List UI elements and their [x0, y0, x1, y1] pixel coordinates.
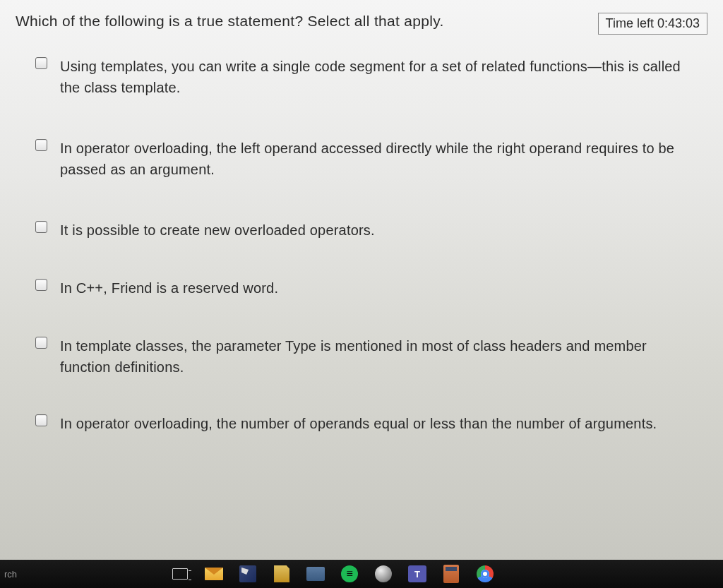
option-text: Using templates, you can write a single … — [60, 56, 693, 98]
spotify-icon[interactable]: ≡ — [340, 565, 359, 583]
checkbox-option-6[interactable] — [35, 414, 47, 426]
checkbox-option-3[interactable] — [35, 221, 47, 233]
folder-icon[interactable] — [306, 565, 325, 583]
option-row: In template classes, the parameter Type … — [35, 335, 693, 378]
option-text: It is possible to create new overloaded … — [60, 220, 375, 241]
option-row: In operator overloading, the number of o… — [35, 413, 693, 434]
option-row: It is possible to create new overloaded … — [35, 220, 693, 241]
option-row: In operator overloading, the left operan… — [35, 138, 693, 180]
checkbox-option-5[interactable] — [35, 337, 47, 349]
option-text: In operator overloading, the left operan… — [60, 138, 693, 180]
app-icon[interactable] — [239, 565, 257, 583]
mail-icon[interactable] — [205, 565, 223, 583]
option-row: Using templates, you can write a single … — [35, 56, 693, 98]
options-list: Using templates, you can write a single … — [16, 56, 707, 434]
timer-box: Time left 0:43:03 — [598, 13, 707, 35]
option-text: In C++, Friend is a reserved word. — [60, 277, 278, 299]
task-view-icon[interactable] — [171, 565, 189, 583]
option-text: In template classes, the parameter Type … — [60, 335, 693, 378]
search-text[interactable]: rch — [0, 569, 23, 580]
sphere-icon[interactable] — [374, 565, 393, 583]
checkbox-option-4[interactable] — [35, 279, 47, 291]
document-icon[interactable] — [273, 565, 291, 583]
option-text: In operator overloading, the number of o… — [60, 413, 657, 434]
chrome-icon[interactable] — [476, 565, 494, 583]
calculator-icon[interactable] — [442, 565, 460, 583]
teams-icon[interactable]: T — [408, 565, 426, 583]
checkbox-option-1[interactable] — [35, 57, 47, 69]
checkbox-option-2[interactable] — [35, 139, 47, 151]
question-prompt: Which of the following is a true stateme… — [16, 13, 444, 30]
option-row: In C++, Friend is a reserved word. — [35, 277, 693, 299]
taskbar: rch ≡ T — [0, 560, 723, 588]
